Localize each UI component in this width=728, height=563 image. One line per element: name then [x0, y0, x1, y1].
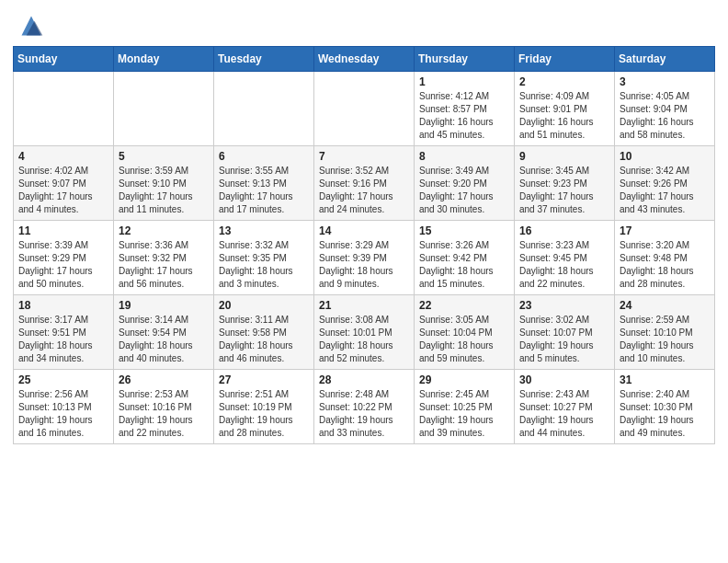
calendar-header: SundayMondayTuesdayWednesdayThursdayFrid…: [14, 47, 715, 72]
day-info: Sunrise: 3:29 AMSunset: 9:39 PMDaylight:…: [319, 239, 409, 291]
day-info: Sunrise: 3:11 AMSunset: 9:58 PMDaylight:…: [219, 314, 309, 365]
day-number: 1: [419, 75, 509, 88]
calendar-cell: 11Sunrise: 3:39 AMSunset: 9:29 PMDayligh…: [14, 221, 114, 295]
calendar-table: SundayMondayTuesdayWednesdayThursdayFrid…: [13, 46, 715, 444]
day-info: Sunrise: 2:45 AMSunset: 10:25 PMDaylight…: [419, 388, 509, 440]
day-info: Sunrise: 3:36 AMSunset: 9:32 PMDaylight:…: [119, 239, 209, 291]
day-number: 17: [620, 224, 710, 237]
day-info: Sunrise: 3:02 AMSunset: 10:07 PMDaylight…: [519, 314, 609, 365]
day-info: Sunrise: 2:56 AMSunset: 10:13 PMDaylight…: [18, 388, 108, 440]
day-info: Sunrise: 3:55 AMSunset: 9:13 PMDaylight:…: [219, 165, 309, 216]
calendar-cell: 16Sunrise: 3:23 AMSunset: 9:45 PMDayligh…: [515, 221, 615, 295]
day-info: Sunrise: 3:59 AMSunset: 9:10 PMDaylight:…: [119, 165, 209, 216]
weekday-header-row: SundayMondayTuesdayWednesdayThursdayFrid…: [14, 47, 715, 72]
calendar-week-row: 25Sunrise: 2:56 AMSunset: 10:13 PMDaylig…: [14, 370, 715, 444]
calendar-cell: 1Sunrise: 4:12 AMSunset: 8:57 PMDaylight…: [415, 72, 515, 146]
day-info: Sunrise: 2:48 AMSunset: 10:22 PMDaylight…: [319, 388, 409, 440]
calendar-body: 1Sunrise: 4:12 AMSunset: 8:57 PMDaylight…: [14, 72, 715, 444]
calendar-cell: 8Sunrise: 3:49 AMSunset: 9:20 PMDaylight…: [415, 146, 515, 221]
calendar-week-row: 18Sunrise: 3:17 AMSunset: 9:51 PMDayligh…: [14, 295, 715, 370]
day-number: 7: [319, 150, 409, 163]
day-number: 9: [519, 150, 609, 163]
calendar-cell: 25Sunrise: 2:56 AMSunset: 10:13 PMDaylig…: [14, 370, 114, 444]
day-number: 23: [519, 299, 609, 312]
calendar-cell: 26Sunrise: 2:53 AMSunset: 10:16 PMDaylig…: [114, 370, 214, 444]
day-number: 6: [219, 150, 309, 163]
day-number: 10: [620, 150, 710, 163]
day-info: Sunrise: 3:23 AMSunset: 9:45 PMDaylight:…: [519, 239, 609, 291]
calendar-week-row: 4Sunrise: 4:02 AMSunset: 9:07 PMDaylight…: [14, 146, 715, 221]
day-number: 13: [219, 224, 309, 237]
calendar-cell: 21Sunrise: 3:08 AMSunset: 10:01 PMDaylig…: [314, 295, 415, 370]
calendar-cell: 7Sunrise: 3:52 AMSunset: 9:16 PMDaylight…: [314, 146, 415, 221]
day-number: 4: [18, 150, 108, 163]
day-number: 16: [519, 224, 609, 237]
day-number: 20: [219, 299, 309, 312]
calendar-week-row: 1Sunrise: 4:12 AMSunset: 8:57 PMDaylight…: [14, 72, 715, 146]
day-number: 25: [18, 373, 108, 386]
weekday-header-thursday: Thursday: [415, 47, 515, 72]
weekday-header-friday: Friday: [515, 47, 615, 72]
day-info: Sunrise: 3:08 AMSunset: 10:01 PMDaylight…: [319, 314, 409, 365]
calendar-cell: [314, 72, 415, 146]
day-info: Sunrise: 2:59 AMSunset: 10:10 PMDaylight…: [620, 314, 710, 365]
day-number: 31: [620, 373, 710, 386]
day-number: 19: [119, 299, 209, 312]
calendar-cell: 18Sunrise: 3:17 AMSunset: 9:51 PMDayligh…: [14, 295, 114, 370]
day-info: Sunrise: 3:39 AMSunset: 9:29 PMDaylight:…: [18, 239, 108, 291]
calendar-cell: 17Sunrise: 3:20 AMSunset: 9:48 PMDayligh…: [615, 221, 715, 295]
calendar-cell: [214, 72, 314, 146]
day-info: Sunrise: 2:43 AMSunset: 10:27 PMDaylight…: [519, 388, 609, 440]
day-info: Sunrise: 3:14 AMSunset: 9:54 PMDaylight:…: [119, 314, 209, 365]
calendar-cell: 20Sunrise: 3:11 AMSunset: 9:58 PMDayligh…: [214, 295, 314, 370]
day-number: 26: [119, 373, 209, 386]
page-header: [0, 0, 728, 46]
logo: [18, 13, 48, 39]
day-number: 28: [319, 373, 409, 386]
day-info: Sunrise: 3:05 AMSunset: 10:04 PMDaylight…: [419, 314, 509, 365]
calendar-cell: 22Sunrise: 3:05 AMSunset: 10:04 PMDaylig…: [415, 295, 515, 370]
calendar-cell: 15Sunrise: 3:26 AMSunset: 9:42 PMDayligh…: [415, 221, 515, 295]
weekday-header-wednesday: Wednesday: [314, 47, 415, 72]
calendar-cell: 29Sunrise: 2:45 AMSunset: 10:25 PMDaylig…: [415, 370, 515, 444]
day-number: 27: [219, 373, 309, 386]
calendar-cell: 4Sunrise: 4:02 AMSunset: 9:07 PMDaylight…: [14, 146, 114, 221]
day-number: 5: [119, 150, 209, 163]
day-info: Sunrise: 4:05 AMSunset: 9:04 PMDaylight:…: [620, 90, 710, 142]
calendar-cell: 14Sunrise: 3:29 AMSunset: 9:39 PMDayligh…: [314, 221, 415, 295]
calendar-cell: 24Sunrise: 2:59 AMSunset: 10:10 PMDaylig…: [615, 295, 715, 370]
day-number: 3: [620, 75, 710, 88]
day-info: Sunrise: 3:26 AMSunset: 9:42 PMDaylight:…: [419, 239, 509, 291]
logo-icon: [18, 13, 44, 39]
calendar-cell: 10Sunrise: 3:42 AMSunset: 9:26 PMDayligh…: [615, 146, 715, 221]
day-number: 12: [119, 224, 209, 237]
day-info: Sunrise: 2:40 AMSunset: 10:30 PMDaylight…: [620, 388, 710, 440]
calendar-cell: 23Sunrise: 3:02 AMSunset: 10:07 PMDaylig…: [515, 295, 615, 370]
calendar-cell: 9Sunrise: 3:45 AMSunset: 9:23 PMDaylight…: [515, 146, 615, 221]
calendar-cell: [114, 72, 214, 146]
day-info: Sunrise: 3:52 AMSunset: 9:16 PMDaylight:…: [319, 165, 409, 216]
calendar-cell: 19Sunrise: 3:14 AMSunset: 9:54 PMDayligh…: [114, 295, 214, 370]
calendar-cell: 28Sunrise: 2:48 AMSunset: 10:22 PMDaylig…: [314, 370, 415, 444]
calendar-cell: 2Sunrise: 4:09 AMSunset: 9:01 PMDaylight…: [515, 72, 615, 146]
day-info: Sunrise: 2:51 AMSunset: 10:19 PMDaylight…: [219, 388, 309, 440]
day-info: Sunrise: 3:42 AMSunset: 9:26 PMDaylight:…: [620, 165, 710, 216]
day-info: Sunrise: 3:49 AMSunset: 9:20 PMDaylight:…: [419, 165, 509, 216]
weekday-header-monday: Monday: [114, 47, 214, 72]
day-info: Sunrise: 3:17 AMSunset: 9:51 PMDaylight:…: [18, 314, 108, 365]
day-number: 2: [519, 75, 609, 88]
day-info: Sunrise: 4:02 AMSunset: 9:07 PMDaylight:…: [18, 165, 108, 216]
day-info: Sunrise: 4:12 AMSunset: 8:57 PMDaylight:…: [419, 90, 509, 142]
day-number: 18: [18, 299, 108, 312]
weekday-header-saturday: Saturday: [615, 47, 715, 72]
calendar-cell: 5Sunrise: 3:59 AMSunset: 9:10 PMDaylight…: [114, 146, 214, 221]
day-number: 29: [419, 373, 509, 386]
calendar-cell: 6Sunrise: 3:55 AMSunset: 9:13 PMDaylight…: [214, 146, 314, 221]
weekday-header-sunday: Sunday: [14, 47, 114, 72]
day-info: Sunrise: 2:53 AMSunset: 10:16 PMDaylight…: [119, 388, 209, 440]
day-number: 15: [419, 224, 509, 237]
day-number: 24: [620, 299, 710, 312]
weekday-header-tuesday: Tuesday: [214, 47, 314, 72]
calendar-cell: 31Sunrise: 2:40 AMSunset: 10:30 PMDaylig…: [615, 370, 715, 444]
day-info: Sunrise: 3:32 AMSunset: 9:35 PMDaylight:…: [219, 239, 309, 291]
